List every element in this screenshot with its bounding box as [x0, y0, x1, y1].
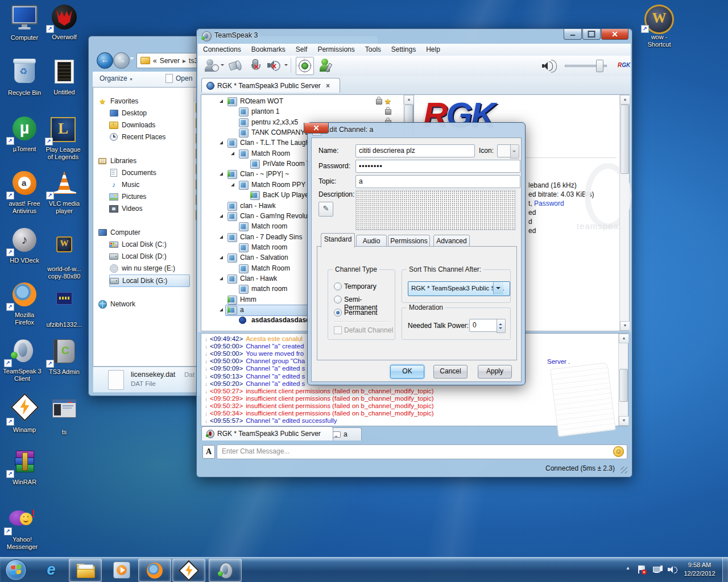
close-button[interactable] — [601, 29, 628, 40]
organize-button[interactable]: Organize ▼ — [100, 74, 133, 82]
taskbar-button-internet-explorer[interactable]: e — [35, 559, 67, 581]
sidebar-item-local-disk-d-[interactable]: Local Disk (D:) — [109, 251, 189, 262]
expand-arrow-icon[interactable] — [220, 308, 223, 311]
expand-arrow-icon[interactable] — [220, 214, 223, 218]
chat-tab-server[interactable]: RGK * TeamSpeak3 Public Server — [201, 426, 333, 440]
emoticon-icon[interactable]: ☺ — [613, 446, 624, 457]
tab-standard[interactable]: Standard — [321, 233, 355, 248]
expand-arrow-icon[interactable] — [231, 183, 234, 186]
desktop-icon-winrar[interactable]: ↗WinRAR — [5, 448, 44, 486]
desktop-icon-ts[interactable]: ts — [44, 394, 84, 436]
expand-arrow-icon[interactable] — [220, 172, 223, 176]
cancel-button[interactable]: Cancel — [433, 365, 468, 379]
resize-grip[interactable] — [621, 467, 627, 473]
desktop-icon-ts3-admin[interactable]: C↗TS3 Admin — [44, 338, 84, 376]
password-field[interactable]: •••••••• — [355, 160, 520, 173]
sidebar-item-recent-places[interactable]: Recent Places — [109, 131, 189, 143]
chat-message-input[interactable]: Enter Chat Message... — [217, 444, 627, 459]
desktop-icon-avast-free-antivirus[interactable]: a↗avast! Free Antivirus — [5, 169, 44, 215]
desktop-icon-teamspeak3-client[interactable]: ↗TeamSpeak 3 Client — [2, 338, 42, 383]
megaphone-icon[interactable] — [228, 57, 243, 73]
sort-dropdown-icon[interactable] — [493, 282, 503, 294]
desktop-icon-world-of-warcraft-copy[interactable]: Wworld-of-w... copy-80x80 — [44, 230, 84, 280]
taskbar-button-windows-media-player[interactable] — [106, 559, 138, 581]
desktop-icon-utorrent[interactable]: µ↗µTorrent — [5, 115, 44, 153]
desktop-icon-computer[interactable]: Computer — [5, 3, 44, 41]
sidebar-item-music[interactable]: ♪Music — [109, 179, 189, 190]
sidebar-item-win-nu-sterge-e-[interactable]: win nu sterge (E:) — [109, 263, 189, 274]
ts-title-bar[interactable]: TeamSpeak 3 — [197, 29, 632, 43]
temporary-label[interactable]: Temporary — [344, 282, 377, 290]
desktop-icon-untitled[interactable]: Untitled — [44, 58, 84, 96]
topic-field[interactable]: a — [355, 175, 520, 188]
permanent-label[interactable]: Permanent — [344, 309, 378, 317]
address-chevron[interactable]: « — [153, 57, 157, 65]
sidebar-section-libraries[interactable]: Libraries — [98, 155, 189, 167]
talk-power-input[interactable]: 0 — [469, 319, 500, 332]
menu-self[interactable]: Self — [291, 44, 313, 55]
menu-bookmarks[interactable]: Bookmarks — [246, 44, 291, 55]
expand-arrow-icon[interactable] — [220, 235, 223, 239]
desktop-icon-vlc-media-player[interactable]: ↗VLC media player — [44, 169, 84, 215]
menu-connections[interactable]: Connections — [198, 44, 246, 55]
desktop-icon-ufzibh[interactable]: ufzibh1332... — [44, 284, 84, 329]
server-tab[interactable]: RGK * TeamSpeak3 Public Server × — [201, 78, 340, 93]
tray-clock[interactable]: 9:58 AM 12/22/2012 — [680, 561, 719, 578]
taskbar-button-windows-explorer[interactable] — [69, 559, 102, 582]
taskbar-button-winamp[interactable] — [172, 559, 205, 582]
info-scrollbar[interactable]: ▲ ▼ — [619, 95, 629, 331]
info-link[interactable]: Password — [534, 199, 564, 207]
text-format-button[interactable]: A — [202, 445, 215, 459]
sidebar-item-desktop[interactable]: Desktop — [109, 107, 189, 119]
edit-description-button[interactable]: ✎ — [318, 202, 333, 217]
menu-tools[interactable]: Tools — [360, 44, 386, 55]
maximize-button[interactable] — [582, 29, 601, 40]
taskbar-button-firefox[interactable] — [138, 559, 171, 582]
expand-arrow-icon[interactable] — [220, 277, 223, 280]
ok-button[interactable]: OK — [390, 365, 424, 379]
dialog-title-bar[interactable]: ✎ Edit Channel: a — [308, 123, 525, 138]
tree-channel-row[interactable]: planton 1 — [201, 106, 394, 117]
expand-arrow-icon[interactable] — [231, 152, 234, 155]
desktop-icon-winamp[interactable]: ↗Winamp — [5, 393, 44, 434]
radio-permanent[interactable] — [334, 309, 342, 317]
talk-power-spinner[interactable] — [497, 319, 506, 333]
name-field[interactable]: cititi descrierea plz — [355, 144, 475, 157]
show-desktop-button[interactable] — [722, 558, 728, 582]
sidebar-item-local-disk-g-[interactable]: Local Disk (G:) — [109, 275, 190, 287]
sidebar-item-videos[interactable]: Videos — [109, 203, 189, 214]
open-button[interactable]: Open — [166, 74, 192, 83]
expand-arrow-icon[interactable] — [220, 99, 223, 103]
mute-speakers-icon[interactable]: × — [266, 57, 282, 73]
sidebar-item-pictures[interactable]: Pictures — [109, 191, 189, 202]
desktop-icon-wow-shortcut[interactable]: W↗wow - Shortcut — [639, 3, 679, 48]
desktop-icon-yahoo-messenger[interactable]: !↗Yahoo! Messenger — [2, 506, 42, 551]
menu-help[interactable]: Help — [421, 44, 445, 55]
tab-close-icon[interactable]: × — [326, 82, 330, 90]
menu-settings[interactable]: Settings — [386, 44, 421, 55]
icon-dropdown-icon[interactable] — [510, 144, 519, 159]
default-channel-checkbox[interactable] — [334, 326, 342, 334]
sidebar-section-favorites[interactable]: ★Favorites — [98, 95, 189, 107]
away-dropdown-icon[interactable] — [221, 64, 224, 68]
sidebar-item-documents[interactable]: Documents — [109, 167, 189, 178]
start-button[interactable] — [5, 559, 27, 581]
client-setup-icon[interactable] — [318, 57, 334, 73]
taskbar-button-teamspeak[interactable] — [209, 559, 242, 582]
desktop-icon-mozilla-firefox[interactable]: ↗Mozilla Firefox — [5, 281, 44, 326]
sidebar-section-network[interactable]: Network — [98, 298, 189, 310]
log-scrollbar[interactable]: ▲ ▼ — [618, 334, 628, 426]
mute-dropdown-icon[interactable] — [284, 64, 288, 68]
tray-expand-icon[interactable]: ▲ — [626, 566, 630, 571]
forward-button[interactable]: → — [113, 52, 130, 69]
dialog-close-button[interactable] — [304, 123, 329, 134]
sidebar-section-computer[interactable]: Computer — [98, 227, 189, 238]
sidebar-item-downloads[interactable]: ↓Downloads — [109, 119, 189, 131]
back-button[interactable]: ← — [97, 52, 113, 69]
desktop-icon-recycle-bin[interactable]: ♻Recycle Bin — [5, 58, 44, 97]
radio-semi-permanent[interactable] — [334, 296, 342, 304]
minimize-button[interactable] — [564, 29, 582, 40]
menu-permissions[interactable]: Permissions — [312, 44, 359, 55]
sidebar-item-local-disk-c-[interactable]: Local Disk (C:) — [109, 239, 189, 250]
desktop-icon-hd-vdeck[interactable]: ♪↗HD VDeck — [5, 226, 44, 264]
